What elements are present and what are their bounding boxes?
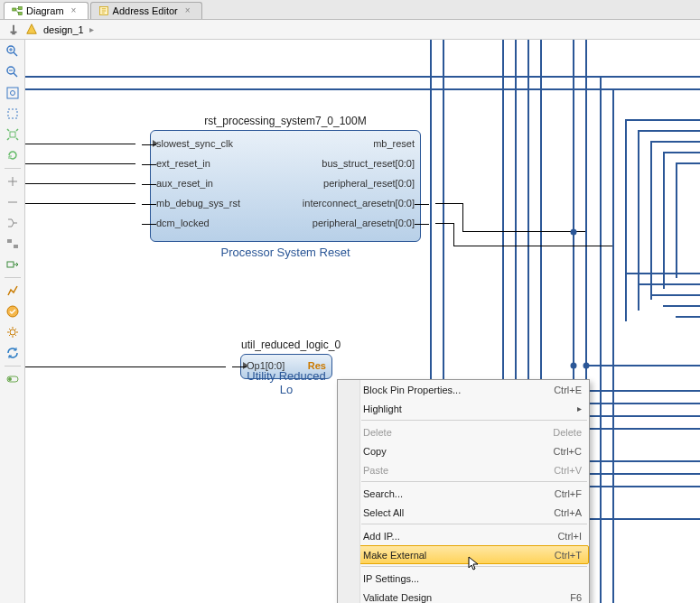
pin-label[interactable]: peripheral_reset[0:0] (323, 178, 415, 189)
design-hierarchy-icon[interactable] (25, 23, 38, 37)
menu-ip-settings[interactable]: IP Settings... (338, 569, 589, 588)
optimize-icon[interactable] (3, 281, 23, 301)
pin-label[interactable]: bus_struct_reset[0:0] (322, 158, 415, 169)
diagram-canvas[interactable]: rst_processing_system7_0_100M slowest_sy… (25, 40, 700, 603)
context-menu: Block Pin Properties... Ctrl+E Highlight… (337, 379, 590, 603)
svg-rect-10 (7, 88, 18, 98)
submenu-indicator-icon: ▸ (572, 404, 582, 413)
address-editor-icon (98, 5, 109, 16)
menu-search[interactable]: Search... Ctrl+F (338, 484, 589, 503)
settings-icon[interactable] (3, 322, 23, 342)
svg-rect-0 (13, 8, 16, 11)
menu-add-ip[interactable]: Add IP... Ctrl+I (338, 526, 589, 545)
svg-rect-2 (19, 13, 23, 15)
menu-validate-design[interactable]: Validate Design F6 (338, 588, 589, 603)
svg-marker-7 (27, 23, 37, 33)
zoom-area-icon[interactable] (3, 104, 23, 124)
svg-rect-6 (12, 32, 15, 34)
svg-rect-1 (19, 7, 23, 10)
svg-rect-13 (10, 132, 15, 137)
tab-diagram[interactable]: Diagram × (4, 2, 89, 19)
svg-rect-5 (11, 31, 17, 32)
refresh-icon[interactable] (3, 343, 23, 363)
pin-label[interactable]: mb_reset (373, 138, 415, 149)
tab-label: Diagram (26, 5, 64, 16)
svg-rect-15 (14, 245, 18, 248)
zoom-in-icon[interactable] (3, 42, 23, 61)
svg-point-18 (10, 329, 15, 335)
menu-make-external[interactable]: Make External Ctrl+T (338, 545, 589, 564)
regenerate-icon[interactable] (3, 145, 23, 165)
close-icon[interactable]: × (71, 6, 80, 15)
menu-highlight[interactable]: Highlight ▸ (338, 399, 589, 418)
vertical-toolbar (0, 40, 25, 603)
chevron-right-icon[interactable]: ▸ (89, 24, 94, 34)
pin-label[interactable]: dcm_locked (156, 218, 210, 228)
menu-delete: Delete Delete (338, 422, 589, 441)
diagram-icon (12, 5, 23, 16)
make-external-icon[interactable] (3, 255, 23, 274)
auto-fit-icon[interactable] (3, 125, 23, 144)
zoom-out-icon[interactable] (3, 62, 23, 82)
pin-label[interactable]: mb_debug_sys_rst (156, 198, 240, 209)
pin-label[interactable]: peripheral_aresetn[0:0] (313, 218, 415, 228)
menu-block-pin-properties[interactable]: Block Pin Properties... Ctrl+E (338, 380, 589, 399)
mouse-cursor-icon (468, 556, 482, 571)
validate-icon[interactable] (3, 302, 23, 321)
pin-label[interactable]: interconnect_aresetn[0:0] (303, 198, 415, 209)
zoom-fit-icon[interactable] (3, 83, 23, 103)
block-instance-name: util_reduced_logic_0 (241, 339, 331, 351)
tab-address-editor[interactable]: Address Editor × (90, 2, 202, 19)
svg-point-11 (10, 91, 14, 96)
block-instance-name: rst_processing_system7_0_100M (151, 115, 420, 127)
block-util-reduced-logic[interactable]: util_reduced_logic_0 Op1[0:0] Res Utilit… (240, 354, 332, 379)
svg-rect-14 (7, 239, 12, 243)
autoconnect-icon[interactable] (3, 213, 23, 233)
group-icon[interactable] (3, 234, 23, 254)
svg-rect-16 (7, 262, 14, 267)
tab-label: Address Editor (113, 5, 178, 16)
menu-paste: Paste Ctrl+V (338, 460, 589, 479)
pin-label[interactable]: ext_reset_in (156, 158, 210, 169)
toggle-icon[interactable] (3, 369, 23, 389)
menu-copy[interactable]: Copy Ctrl+C (338, 441, 589, 460)
breadcrumb-root[interactable]: design_1 (43, 24, 84, 35)
block-type-name: Utility Reduced Lo (241, 369, 331, 396)
menu-select-all[interactable]: Select All Ctrl+A (338, 503, 589, 522)
pin-toolbar-icon[interactable] (7, 23, 20, 36)
svg-rect-4 (13, 24, 14, 31)
pin-label[interactable]: slowest_sync_clk (156, 138, 233, 149)
expand-icon[interactable] (3, 192, 23, 212)
close-icon[interactable]: × (185, 6, 194, 15)
breadcrumb: design_1 ▸ (0, 20, 700, 40)
svg-rect-12 (8, 109, 17, 118)
block-processor-system-reset[interactable]: rst_processing_system7_0_100M slowest_sy… (150, 130, 421, 242)
collapse-icon[interactable] (3, 172, 23, 191)
block-type-name: Processor System Reset (151, 246, 420, 259)
tab-bar: Diagram × Address Editor × (0, 0, 700, 20)
pin-label[interactable]: aux_reset_in (156, 178, 213, 189)
svg-point-20 (8, 377, 12, 381)
